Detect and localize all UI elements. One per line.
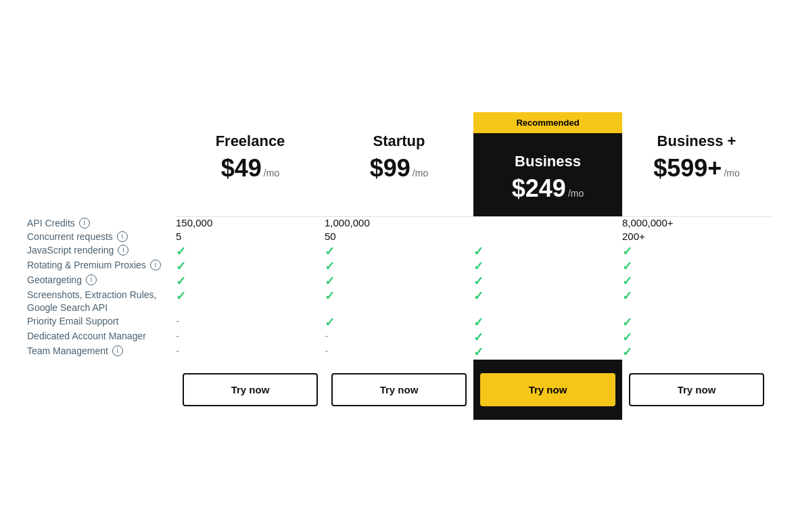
feature-label-0: API Creditsi xyxy=(27,217,176,231)
info-icon-0[interactable]: i xyxy=(79,218,90,228)
info-icon-1[interactable]: i xyxy=(117,231,128,242)
feature-value-0-business: 3,000,000 xyxy=(473,217,622,231)
dash-icon: - xyxy=(176,315,179,327)
plan-name-freelance: Freelance xyxy=(216,132,285,150)
plan-name-business: Business xyxy=(515,153,581,170)
feature-value-1-business-plus: 200+ xyxy=(622,231,771,244)
feature-label-8: Team Managementi xyxy=(27,345,176,360)
feature-value-6-startup: ✓ xyxy=(325,315,473,330)
plan-price-business: $249 /mo xyxy=(512,174,584,203)
feature-value-7-business: ✓ xyxy=(473,330,622,345)
check-icon: ✓ xyxy=(622,274,632,288)
plan-name-startup: Startup xyxy=(373,132,425,150)
feature-value-1-startup: 50 xyxy=(325,231,473,244)
recommended-badge: Recommended xyxy=(473,112,622,133)
feature-label-7: Dedicated Account Manager xyxy=(27,330,176,345)
check-icon: ✓ xyxy=(176,289,186,303)
check-icon: ✓ xyxy=(473,331,484,344)
try-now-button-startup[interactable]: Try now xyxy=(331,373,467,406)
feature-value-1-business: 100 xyxy=(473,231,622,244)
feature-value-0-freelance: 150,000 xyxy=(176,217,325,231)
header-empty-cell xyxy=(27,112,176,217)
check-icon: ✓ xyxy=(176,245,186,258)
feature-value-2-freelance: ✓ xyxy=(176,244,325,259)
feature-value-5-business: ✓ xyxy=(473,289,622,315)
info-icon-8[interactable]: i xyxy=(112,345,123,356)
feature-value-0-business-plus: 8,000,000+ xyxy=(622,217,771,231)
feature-label-1: Concurrent requestsi xyxy=(27,231,176,244)
feature-label-5: Screenshots, Extraction Rules, Google Se… xyxy=(27,289,176,315)
check-icon: ✓ xyxy=(622,345,632,359)
button-cell-business: Try now xyxy=(473,360,622,420)
check-icon: ✓ xyxy=(622,260,632,273)
plan-header-freelance: Freelance $49 /mo xyxy=(176,112,325,217)
feature-value-1-freelance: 5 xyxy=(176,231,325,244)
plan-name-business-plus: Business + xyxy=(657,132,736,150)
try-now-button-business[interactable]: Try now xyxy=(480,373,615,406)
info-icon-2[interactable]: i xyxy=(118,245,128,256)
check-icon: ✓ xyxy=(622,289,632,303)
feature-value-2-business-plus: ✓ xyxy=(622,244,771,259)
check-icon: ✓ xyxy=(325,274,335,288)
dash-icon: - xyxy=(176,330,179,341)
check-icon: ✓ xyxy=(473,260,484,273)
feature-value-4-freelance: ✓ xyxy=(176,274,325,289)
feature-value-4-business: ✓ xyxy=(473,274,622,289)
check-icon: ✓ xyxy=(622,331,632,344)
check-icon: ✓ xyxy=(473,316,484,329)
plan-header-business-plus: Business + $599+ /mo xyxy=(622,112,771,217)
feature-label-6: Priority Email Support xyxy=(27,315,176,330)
feature-value-8-business-plus: ✓ xyxy=(622,345,771,360)
dash-icon: - xyxy=(325,330,328,341)
button-cell-startup: Try now xyxy=(325,360,473,420)
feature-value-6-freelance: - xyxy=(176,315,325,330)
feature-label-2: JavaScript renderingi xyxy=(27,244,176,259)
feature-value-5-business-plus: ✓ xyxy=(622,289,771,315)
dash-icon: - xyxy=(325,345,328,356)
pricing-table: Freelance $49 /mo Startup $99 /mo Recomm… xyxy=(27,112,771,419)
check-icon: ✓ xyxy=(325,245,335,258)
feature-value-3-business-plus: ✓ xyxy=(622,259,771,274)
feature-value-8-freelance: - xyxy=(176,345,325,360)
check-icon: ✓ xyxy=(176,260,186,273)
check-icon: ✓ xyxy=(473,274,484,288)
feature-value-7-business-plus: ✓ xyxy=(622,330,771,345)
feature-label-4: Geotargetingi xyxy=(27,274,176,289)
feature-value-3-startup: ✓ xyxy=(325,259,473,274)
button-cell-freelance: Try now xyxy=(176,360,325,420)
feature-value-5-startup: ✓ xyxy=(325,289,473,315)
feature-value-4-startup: ✓ xyxy=(325,274,473,289)
check-icon: ✓ xyxy=(325,260,335,273)
feature-value-2-business: ✓ xyxy=(473,244,622,259)
feature-value-7-freelance: - xyxy=(176,330,325,345)
try-now-button-freelance[interactable]: Try now xyxy=(183,373,318,406)
feature-value-8-startup: - xyxy=(325,345,473,360)
button-cell-business-plus: Try now xyxy=(622,360,771,420)
info-icon-4[interactable]: i xyxy=(86,274,97,285)
feature-value-6-business: ✓ xyxy=(473,315,622,330)
plan-header-startup: Startup $99 /mo xyxy=(325,112,473,217)
check-icon: ✓ xyxy=(473,245,484,258)
check-icon: ✓ xyxy=(325,289,335,303)
plan-price-startup: $99 /mo xyxy=(370,154,428,183)
check-icon: ✓ xyxy=(622,316,632,329)
feature-value-2-startup: ✓ xyxy=(325,244,473,259)
feature-value-4-business-plus: ✓ xyxy=(622,274,771,289)
dash-icon: - xyxy=(176,345,179,356)
info-icon-3[interactable]: i xyxy=(150,260,161,270)
feature-value-5-freelance: ✓ xyxy=(176,289,325,315)
check-icon: ✓ xyxy=(325,316,335,329)
plan-price-freelance: $49 /mo xyxy=(221,154,279,183)
feature-value-3-freelance: ✓ xyxy=(176,259,325,274)
feature-value-0-startup: 1,000,000 xyxy=(325,217,473,231)
button-row-empty xyxy=(27,360,176,420)
plan-price-business-plus: $599+ /mo xyxy=(653,154,739,183)
check-icon: ✓ xyxy=(473,345,484,359)
plan-header-business: RecommendedBusiness $249 /mo xyxy=(473,112,622,217)
feature-value-7-startup: - xyxy=(325,330,473,345)
check-icon: ✓ xyxy=(473,289,484,303)
check-icon: ✓ xyxy=(176,274,186,288)
feature-label-3: Rotating & Premium Proxiesi xyxy=(27,259,176,274)
try-now-button-business-plus[interactable]: Try now xyxy=(629,373,764,406)
feature-value-8-business: ✓ xyxy=(473,345,622,360)
